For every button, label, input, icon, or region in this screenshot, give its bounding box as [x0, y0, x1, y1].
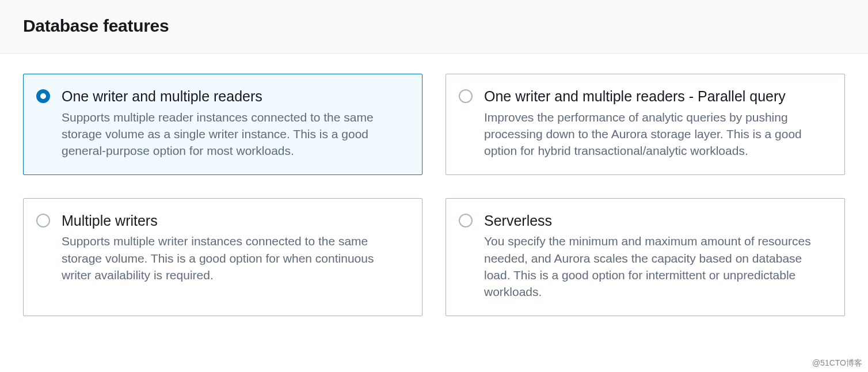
option-description: You specify the minimum and maximum amou…: [484, 233, 828, 301]
option-content: Serverless You specify the minimum and m…: [484, 211, 828, 301]
section-header: Database features: [0, 0, 868, 54]
radio-icon: [459, 89, 473, 103]
option-content: Multiple writers Supports multiple write…: [62, 211, 406, 284]
radio-icon: [36, 214, 50, 227]
option-content: One writer and multiple readers Supports…: [62, 87, 406, 160]
option-parallel-query[interactable]: One writer and multiple readers - Parall…: [446, 74, 845, 175]
database-features-options: One writer and multiple readers Supports…: [0, 54, 868, 336]
option-content: One writer and multiple readers - Parall…: [484, 87, 828, 160]
section-title: Database features: [23, 16, 845, 36]
option-one-writer-multiple-readers[interactable]: One writer and multiple readers Supports…: [23, 74, 422, 175]
radio-icon: [36, 89, 50, 103]
option-title: One writer and multiple readers: [62, 87, 406, 106]
option-title: Multiple writers: [62, 211, 406, 230]
option-description: Supports multiple reader instances conne…: [62, 109, 406, 160]
option-serverless[interactable]: Serverless You specify the minimum and m…: [446, 198, 845, 316]
option-description: Improves the performance of analytic que…: [484, 109, 828, 160]
option-multiple-writers[interactable]: Multiple writers Supports multiple write…: [23, 198, 422, 316]
radio-icon: [459, 214, 473, 227]
option-title: Serverless: [484, 211, 828, 230]
option-description: Supports multiple writer instances conne…: [62, 233, 406, 283]
watermark: @51CTO博客: [812, 358, 862, 369]
option-title: One writer and multiple readers - Parall…: [484, 87, 828, 106]
